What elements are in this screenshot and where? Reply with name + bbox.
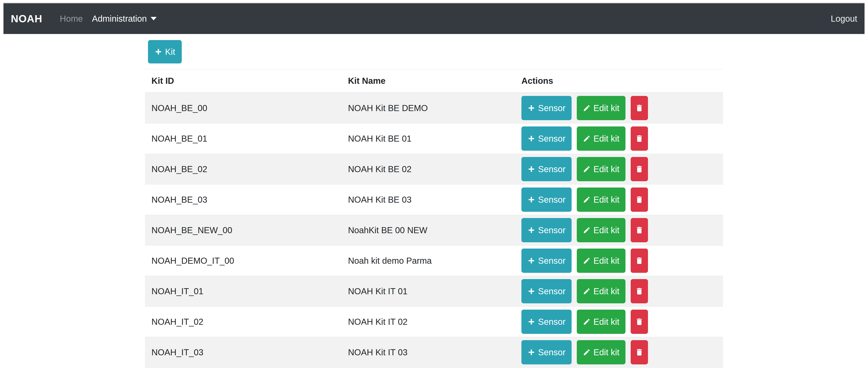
navbar-brand[interactable]: NOAH bbox=[11, 13, 42, 25]
add-sensor-button[interactable]: Sensor bbox=[521, 188, 571, 212]
edit-kit-label: Edit kit bbox=[593, 348, 619, 356]
kit-id-cell: NOAH_BE_02 bbox=[145, 154, 341, 184]
edit-kit-label: Edit kit bbox=[593, 256, 619, 265]
nav-item-administration[interactable]: Administration bbox=[87, 12, 161, 26]
kit-name-cell: Noah kit demo Parma bbox=[341, 246, 515, 276]
kit-table-body: NOAH_BE_00 NOAH Kit BE DEMO Sensor Edit … bbox=[145, 93, 723, 368]
kit-actions-cell: Sensor Edit kit bbox=[515, 307, 723, 337]
edit-kit-button[interactable]: Edit kit bbox=[577, 96, 625, 120]
add-sensor-button[interactable]: Sensor bbox=[521, 218, 571, 242]
table-row: NOAH_BE_00 NOAH Kit BE DEMO Sensor Edit … bbox=[145, 93, 723, 123]
edit-kit-button[interactable]: Edit kit bbox=[577, 340, 625, 365]
column-header-actions: Actions bbox=[515, 69, 723, 93]
kit-actions-cell: Sensor Edit kit bbox=[515, 246, 723, 276]
add-sensor-label: Sensor bbox=[538, 256, 565, 265]
delete-kit-button[interactable] bbox=[631, 126, 648, 151]
delete-kit-button[interactable] bbox=[631, 249, 648, 273]
pencil-icon bbox=[583, 348, 591, 356]
kit-id-cell: NOAH_BE_01 bbox=[145, 123, 341, 154]
plus-icon bbox=[527, 135, 535, 142]
edit-kit-button[interactable]: Edit kit bbox=[577, 188, 625, 212]
delete-kit-button[interactable] bbox=[631, 218, 648, 242]
main-nav: Home Administration bbox=[55, 14, 161, 24]
kit-id-cell: NOAH_BE_00 bbox=[145, 93, 341, 123]
add-sensor-button[interactable]: Sensor bbox=[521, 96, 571, 120]
edit-kit-button[interactable]: Edit kit bbox=[577, 126, 625, 151]
edit-kit-button[interactable]: Edit kit bbox=[577, 249, 625, 273]
add-sensor-button[interactable]: Sensor bbox=[521, 340, 571, 365]
table-row: NOAH_IT_03 NOAH Kit IT 03 Sensor Edit ki… bbox=[145, 337, 723, 368]
edit-kit-label: Edit kit bbox=[593, 195, 619, 204]
kit-actions-cell: Sensor Edit kit bbox=[515, 154, 723, 184]
kit-actions-cell: Sensor Edit kit bbox=[515, 215, 723, 246]
kit-name-cell: NOAH Kit BE 02 bbox=[341, 154, 515, 184]
add-sensor-button[interactable]: Sensor bbox=[521, 157, 571, 181]
kit-name-cell: NOAH Kit BE 03 bbox=[341, 184, 515, 215]
add-sensor-label: Sensor bbox=[538, 226, 565, 234]
pencil-icon bbox=[583, 287, 591, 295]
add-sensor-label: Sensor bbox=[538, 165, 565, 173]
top-navbar: NOAH Home Administration Logout bbox=[3, 3, 865, 34]
add-sensor-label: Sensor bbox=[538, 348, 565, 356]
kit-actions-cell: Sensor Edit kit bbox=[515, 337, 723, 368]
delete-kit-button[interactable] bbox=[631, 279, 648, 303]
trash-icon bbox=[635, 134, 644, 143]
edit-kit-button[interactable]: Edit kit bbox=[577, 279, 625, 303]
table-row: NOAH_BE_01 NOAH Kit BE 01 Sensor Edit ki… bbox=[145, 123, 723, 154]
plus-icon bbox=[527, 257, 535, 265]
delete-kit-button[interactable] bbox=[631, 310, 648, 334]
add-sensor-button[interactable]: Sensor bbox=[521, 126, 571, 151]
table-row: NOAH_BE_02 NOAH Kit BE 02 Sensor Edit ki… bbox=[145, 154, 723, 184]
nav-item-home[interactable]: Home bbox=[55, 12, 87, 26]
edit-kit-button[interactable]: Edit kit bbox=[577, 310, 625, 334]
logout-link[interactable]: Logout bbox=[826, 12, 858, 26]
column-header-kit-id: Kit ID bbox=[145, 69, 341, 93]
table-row: NOAH_BE_03 NOAH Kit BE 03 Sensor Edit ki… bbox=[145, 184, 723, 215]
table-row: NOAH_IT_02 NOAH Kit IT 02 Sensor Edit ki… bbox=[145, 307, 723, 337]
table-row: NOAH_DEMO_IT_00 Noah kit demo Parma Sens… bbox=[145, 246, 723, 276]
nav-item-administration-wrap: Administration bbox=[87, 14, 161, 24]
pencil-icon bbox=[583, 104, 591, 112]
add-kit-button[interactable]: Kit bbox=[148, 40, 182, 63]
trash-icon bbox=[635, 226, 644, 234]
table-row: NOAH_IT_01 NOAH Kit IT 01 Sensor Edit ki… bbox=[145, 276, 723, 307]
edit-kit-button[interactable]: Edit kit bbox=[577, 218, 625, 242]
add-sensor-button[interactable]: Sensor bbox=[521, 310, 571, 334]
header-row: Kit ID Kit Name Actions bbox=[145, 69, 723, 93]
kit-id-cell: NOAH_IT_02 bbox=[145, 307, 341, 337]
caret-down-icon bbox=[151, 17, 157, 20]
edit-kit-label: Edit kit bbox=[593, 104, 619, 112]
delete-kit-button[interactable] bbox=[631, 188, 648, 212]
kits-table-header: Kit ID Kit Name Actions bbox=[145, 69, 723, 93]
kit-id-cell: NOAH_BE_NEW_00 bbox=[145, 215, 341, 246]
kit-actions-cell: Sensor Edit kit bbox=[515, 123, 723, 154]
add-sensor-label: Sensor bbox=[538, 195, 565, 204]
delete-kit-button[interactable] bbox=[631, 96, 648, 120]
add-sensor-button[interactable]: Sensor bbox=[521, 279, 571, 303]
kit-actions-cell: Sensor Edit kit bbox=[515, 93, 723, 123]
plus-icon bbox=[527, 348, 535, 356]
pencil-icon bbox=[583, 196, 591, 204]
plus-icon bbox=[527, 318, 535, 326]
nav-item-home-wrap: Home bbox=[55, 14, 87, 24]
edit-kit-label: Edit kit bbox=[593, 165, 619, 173]
table-row: NOAH_BE_NEW_00 NoahKit BE 00 NEW Sensor … bbox=[145, 215, 723, 246]
delete-kit-button[interactable] bbox=[631, 340, 648, 365]
kit-id-cell: NOAH_IT_03 bbox=[145, 337, 341, 368]
add-sensor-button[interactable]: Sensor bbox=[521, 249, 571, 273]
delete-kit-button[interactable] bbox=[631, 157, 648, 181]
page: NOAH Home Administration Logout Kit Ki bbox=[0, 0, 868, 368]
kit-name-cell: NOAH Kit BE DEMO bbox=[341, 93, 515, 123]
edit-kit-button[interactable]: Edit kit bbox=[577, 157, 625, 181]
plus-icon bbox=[154, 48, 162, 56]
kits-table: Kit ID Kit Name Actions NOAH_BE_00 NOAH … bbox=[145, 69, 723, 368]
edit-kit-label: Edit kit bbox=[593, 317, 619, 326]
pencil-icon bbox=[583, 257, 591, 265]
kit-id-cell: NOAH_BE_03 bbox=[145, 184, 341, 215]
pencil-icon bbox=[583, 165, 591, 173]
trash-icon bbox=[635, 195, 644, 204]
trash-icon bbox=[635, 348, 644, 356]
content-container: Kit Kit ID Kit Name Actions NOAH_BE_00 N… bbox=[145, 34, 723, 368]
column-header-kit-name: Kit Name bbox=[341, 69, 515, 93]
edit-kit-label: Edit kit bbox=[593, 226, 619, 234]
